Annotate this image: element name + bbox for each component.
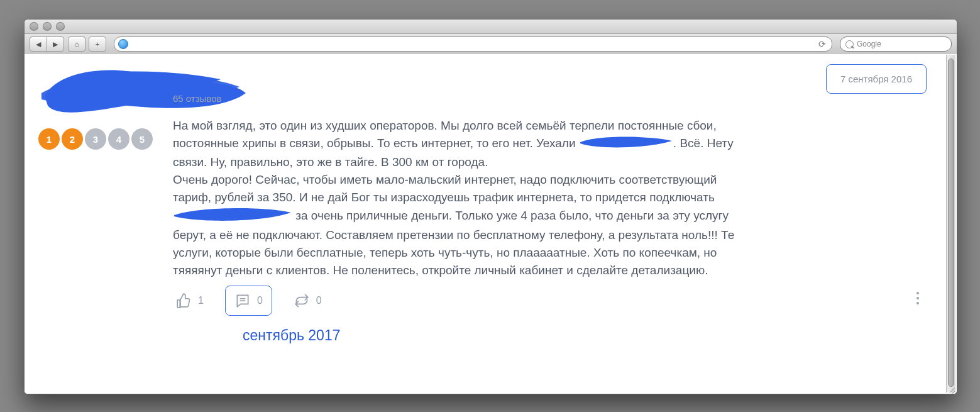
minimize-window-button[interactable] (43, 22, 52, 31)
comment-button[interactable]: 0 (225, 286, 272, 316)
share-button[interactable]: 0 (294, 292, 322, 309)
review-actions: 1 0 0 (175, 286, 322, 316)
page-content: 65 отзывов 1 2 3 4 5 7 сентября 2016 На … (25, 54, 957, 394)
scrollbar-thumb[interactable] (948, 58, 954, 387)
browser-toolbar: ◀ ▶ ⌂ + ⟳ Google (25, 34, 957, 55)
rating-3: 3 (85, 128, 106, 150)
review-date: 7 сентября 2016 (826, 64, 927, 94)
globe-icon (118, 39, 128, 49)
add-bookmark-button[interactable]: + (89, 36, 106, 52)
comment-count: 0 (257, 295, 263, 306)
chevron-left-icon: ◀ (36, 40, 41, 48)
home-button[interactable]: ⌂ (68, 36, 85, 52)
author-review-count: 65 отзывов (173, 93, 222, 104)
comment-icon (234, 292, 251, 309)
search-field[interactable]: Google (840, 36, 952, 52)
resize-grip[interactable] (947, 384, 957, 394)
search-placeholder: Google (857, 40, 881, 48)
plus-icon: + (96, 40, 99, 48)
redaction-inline-1 (579, 135, 673, 153)
section-month-label: сентябрь 2017 (243, 327, 341, 344)
share-icon (294, 292, 310, 309)
rating-4: 4 (108, 128, 129, 150)
rating-5: 5 (131, 128, 153, 150)
chevron-right-icon: ▶ (53, 40, 58, 48)
rating-2: 2 (62, 128, 83, 150)
rating-1: 1 (38, 128, 60, 150)
reload-button[interactable]: ⟳ (817, 38, 828, 50)
window-titlebar (25, 19, 957, 34)
home-icon: ⌂ (75, 40, 79, 48)
rating-bar: 1 2 3 4 5 (38, 128, 153, 150)
like-button[interactable]: 1 (175, 292, 204, 309)
more-menu-button[interactable] (917, 292, 919, 304)
like-count: 1 (198, 295, 204, 306)
close-window-button[interactable] (30, 22, 38, 31)
zoom-window-button[interactable] (56, 22, 65, 31)
redacted-author (38, 67, 170, 120)
browser-window: ◀ ▶ ⌂ + ⟳ Google (24, 19, 957, 394)
thumbs-up-icon (175, 292, 192, 309)
back-button[interactable]: ◀ (30, 36, 47, 52)
address-bar[interactable]: ⟳ (114, 36, 832, 52)
window-controls (30, 22, 65, 31)
search-icon (845, 40, 854, 48)
vertical-scrollbar[interactable] (946, 55, 955, 393)
share-count: 0 (316, 295, 322, 306)
forward-button[interactable]: ▶ (47, 36, 64, 52)
redaction-inline-2 (173, 206, 292, 226)
review-body: На мой взгляд, это один из худших операт… (173, 117, 757, 279)
